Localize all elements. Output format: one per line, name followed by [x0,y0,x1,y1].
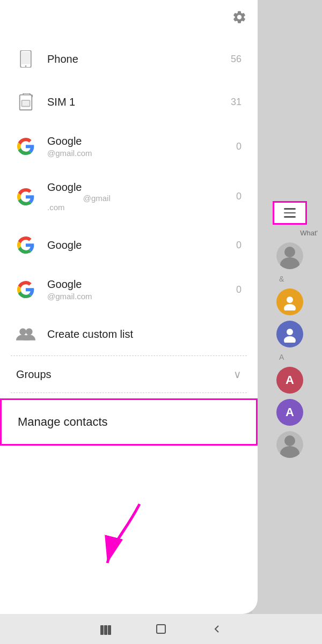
groups-label: Groups [16,368,233,381]
google3-icon [16,235,35,255]
avatar-red-a: A [276,367,303,394]
phone-contact-item[interactable]: Phone 56 [0,38,258,80]
google1-contact-name: Google [47,135,231,147]
google1-contact-item[interactable]: Google @gmail.com 0 [0,123,258,169]
google4-contact-name: Google [47,278,231,291]
hamburger-line-2 [284,212,296,214]
google4-contact-count: 0 [236,284,241,295]
manage-contacts-button[interactable]: Manage contacts [0,398,258,446]
settings-icon [232,10,247,25]
home-button[interactable] [155,623,167,635]
avatar-photo-1 [276,242,303,269]
bottom-nav [0,614,322,644]
google4-contact-item[interactable]: Google @gmail.com 0 [0,267,258,313]
sim1-contact-count: 31 [231,97,241,108]
sim-icon [16,92,35,112]
google1-contact-count: 0 [236,141,241,152]
svg-point-11 [287,297,293,303]
svg-point-13 [287,329,293,335]
sim1-contact-item[interactable]: SIM 1 31 [0,80,258,123]
avatar-orange [276,288,303,315]
recent-apps-button[interactable] [99,623,112,635]
phone-contact-count: 56 [231,54,241,65]
right-sidebar: What' & A A [258,0,322,458]
divider-bottom [11,393,247,393]
main-panel: Phone 56 SIM 1 31 [0,0,258,614]
google3-contact-item[interactable]: Google 0 [0,224,258,267]
google2-contact-name: Google [47,181,231,194]
phone-icon [16,49,35,69]
whats-label: What' [300,229,322,237]
google1-contact-sub: @gmail.com [47,149,231,158]
svg-rect-19 [104,625,107,635]
avatar-purple [276,321,303,347]
phone-contact-name: Phone [47,53,225,65]
hamburger-line-1 [284,208,296,210]
section-label-a: A [276,353,284,361]
google2-icon [16,187,35,206]
google1-icon [16,137,35,156]
google2-subtitle-part1: @gmail [47,194,111,203]
google1-contact-info: Google @gmail.com [47,135,231,158]
google2-contact-count: 0 [236,191,241,202]
manage-contacts-label: Manage contacts [18,415,108,429]
google3-contact-name: Google [47,239,231,251]
avatar-purple-a: A [276,399,303,426]
svg-point-14 [284,336,296,343]
back-button[interactable] [210,623,223,635]
avatar-list: & A A A [276,242,303,458]
phone-contact-info: Phone [47,53,225,65]
svg-rect-4 [21,100,30,106]
avatar-photo-2 [276,431,303,458]
svg-point-9 [284,247,295,257]
svg-rect-21 [157,625,165,633]
svg-point-12 [284,304,296,310]
google3-contact-count: 0 [236,240,241,251]
google4-contact-info: Google @gmail.com [47,278,231,301]
settings-icon-wrap[interactable] [232,10,247,27]
svg-point-6 [26,328,33,335]
svg-point-2 [25,65,27,67]
sim1-contact-info: SIM 1 [47,96,225,108]
svg-rect-18 [100,625,104,635]
groups-section[interactable]: Groups ∨ [0,356,258,393]
google2-contact-item[interactable]: Google @gmail .com 0 [0,169,258,224]
svg-rect-1 [21,52,30,64]
svg-rect-20 [108,625,111,635]
contact-list: Phone 56 SIM 1 31 [0,0,258,446]
create-custom-list-item[interactable]: Create custom list [0,313,258,356]
google2-contact-info: Google @gmail .com [47,181,231,212]
google3-contact-info: Google [47,239,231,251]
chevron-down-icon: ∨ [233,368,241,381]
create-custom-list-label: Create custom list [47,328,133,340]
svg-point-16 [284,435,295,446]
menu-button[interactable] [273,201,307,225]
people-icon [16,324,35,344]
google4-contact-sub: @gmail.com [47,292,231,301]
google2-subtitle-part2: .com [47,203,65,212]
hamburger-icon [284,208,296,218]
section-label-amp: & [276,275,284,283]
sim1-contact-name: SIM 1 [47,96,225,108]
hamburger-line-3 [284,216,296,218]
google4-icon [16,280,35,299]
svg-point-5 [19,328,26,335]
